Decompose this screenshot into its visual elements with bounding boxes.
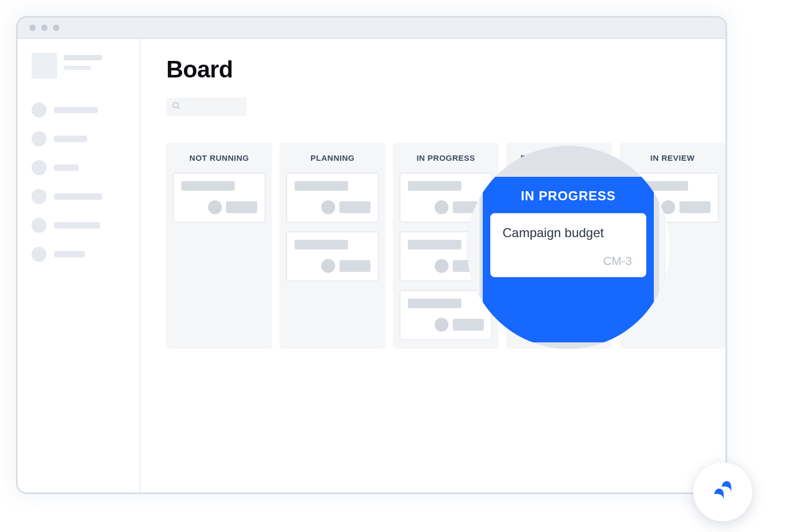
card-title-placeholder [408,299,461,308]
sidebar [18,39,141,492]
sidebar-item[interactable] [32,103,126,118]
app-window: Board NOT RUNNING [16,16,727,494]
card-id-placeholder [226,201,257,213]
sidebar-item-icon [32,218,47,233]
column-header: NOT RUNNING [166,143,272,173]
assignee-avatar [435,259,449,273]
sidebar-item-icon [32,103,47,118]
column-header: IN REVIEW [620,143,725,173]
column-planning: PLANNING [280,143,385,349]
card-title-placeholder [295,240,348,249]
sidebar-item-icon [32,160,47,175]
sidebar-item-icon [32,189,47,204]
assignee-avatar [208,200,222,214]
assignee-avatar [321,259,335,273]
sidebar-item-label [54,136,87,142]
page-title: Board [166,56,725,83]
sidebar-item[interactable] [32,160,126,175]
brand-logo-icon [708,476,738,508]
magnified-column-in-progress: IN PROGRESS Campaign budget CM-3 [483,177,654,342]
placeholder-line [64,55,102,60]
sidebar-item[interactable] [32,218,126,233]
sidebar-project-header[interactable] [32,53,126,79]
kanban-card[interactable] [399,290,492,340]
sidebar-item-icon [32,247,47,262]
magnified-card-title: Campaign budget [503,225,634,240]
card-title-placeholder [408,240,461,249]
main-content: Board NOT RUNNING [141,39,725,492]
sidebar-item-label [54,222,100,229]
kanban-card[interactable] [286,231,379,281]
kanban-card[interactable] [173,173,266,223]
project-avatar [32,53,57,79]
svg-point-0 [173,103,179,108]
card-title-placeholder [295,181,348,191]
card-id-placeholder [339,260,370,272]
window-control-minimize[interactable] [41,25,48,31]
magnified-column-header: IN PROGRESS [483,177,654,213]
column-header: IN PROGRESS [393,143,499,173]
sidebar-item-icon [32,131,47,146]
sidebar-item[interactable] [32,189,126,204]
sidebar-item-label [54,107,98,113]
card-title-placeholder [408,181,461,191]
card-id-placeholder [679,201,710,213]
sidebar-item-label [54,165,79,171]
sidebar-item[interactable] [32,131,126,146]
card-title-placeholder [181,181,235,191]
assignee-avatar [321,200,335,214]
magnified-card[interactable]: Campaign budget CM-3 [490,213,646,277]
search-icon [172,101,181,113]
assignee-avatar [435,318,449,332]
placeholder-line [64,66,91,70]
brand-logo-badge [693,463,752,521]
magnified-card-id: CM-3 [503,254,634,268]
sidebar-item-label [54,251,85,257]
sidebar-item[interactable] [32,247,126,262]
search-input[interactable] [166,98,246,116]
magnifier-overlay: IN PROGRESS Campaign budget CM-3 R [467,146,670,349]
column-not-running: NOT RUNNING [166,143,272,349]
svg-line-1 [177,107,180,109]
window-control-maximize[interactable] [53,25,59,31]
kanban-card[interactable] [286,173,379,223]
column-header: PLANNING [280,143,385,173]
card-id-placeholder [339,201,370,213]
sidebar-item-label [54,193,102,200]
window-control-close[interactable] [29,25,36,31]
window-titlebar [18,18,725,39]
assignee-avatar [435,200,449,214]
card-id-placeholder [453,319,484,331]
